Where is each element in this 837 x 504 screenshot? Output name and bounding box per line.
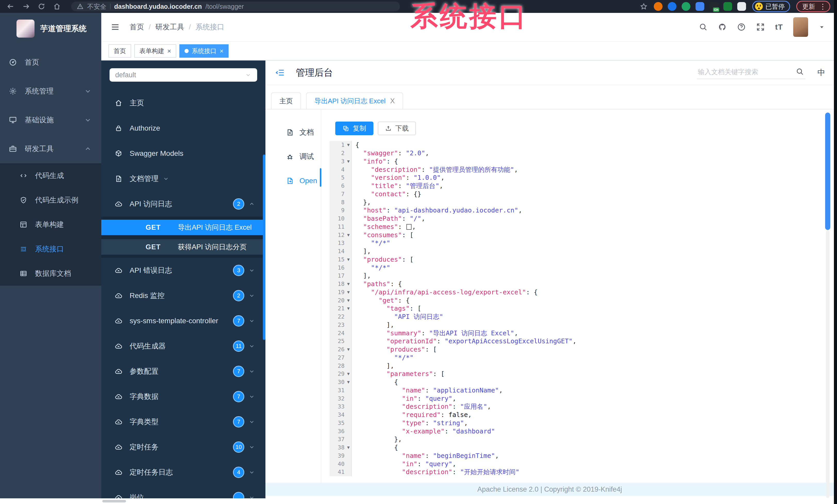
fold-toggle-icon[interactable]: ▼: [345, 380, 351, 384]
line-number: 39: [330, 452, 345, 459]
paused-extension-pill[interactable]: 已暂停: [752, 1, 790, 12]
view-tag[interactable]: 表单构建×: [134, 44, 176, 58]
chevron-down-icon: [248, 267, 255, 274]
sidebar-subitem[interactable]: 数据库文档: [0, 261, 101, 286]
help-icon[interactable]: [737, 23, 746, 32]
sidebar-subitem[interactable]: 系统接口: [0, 237, 101, 261]
search-icon[interactable]: [796, 68, 804, 76]
blue-drop-extension-icon[interactable]: [668, 2, 676, 11]
github-icon[interactable]: [718, 23, 727, 32]
sidebar-subitem[interactable]: 表单构建: [0, 212, 101, 237]
close-icon[interactable]: ×: [219, 48, 224, 54]
browser-home-icon[interactable]: [53, 3, 61, 10]
knife-menu-item[interactable]: 字典类型7: [101, 409, 265, 434]
api-operation-item[interactable]: GET导出API 访问日志 Excel: [101, 220, 265, 235]
back-icon[interactable]: [7, 3, 14, 10]
browser-update-button[interactable]: 更新 ⋮: [796, 1, 830, 12]
knife-menu-item[interactable]: sys-sms-template-controller7: [101, 308, 265, 334]
fold-toggle-icon[interactable]: ▼: [345, 446, 351, 449]
caret-down-icon[interactable]: [818, 24, 825, 31]
fold-toggle-icon[interactable]: ▼: [345, 372, 351, 376]
doc-rail: 文档调试Open: [265, 109, 321, 483]
code-editor[interactable]: 1▼{2 "swagger": "2.0",3▼ "info": {4 "des…: [330, 141, 834, 476]
sidebar-scrollbar[interactable]: [263, 154, 265, 340]
sidebar-item[interactable]: 首页: [0, 48, 101, 77]
address-bar[interactable]: 不安全 dashboard.yudao.iocoder.cn /tool/swa…: [71, 2, 400, 11]
page-scrollbar-thumb[interactable]: [825, 113, 830, 230]
group-select[interactable]: default: [109, 68, 257, 82]
breadcrumb-item[interactable]: 首页: [130, 22, 144, 32]
fold-toggle-icon[interactable]: ▼: [345, 290, 351, 294]
view-tag[interactable]: 首页: [108, 44, 131, 58]
copy-button[interactable]: 复制: [335, 122, 373, 135]
rail-item[interactable]: 调试: [265, 145, 321, 169]
shield-check-icon: [20, 196, 27, 204]
sidebar-item[interactable]: 研发工具: [0, 134, 101, 163]
doc-tab[interactable]: 主页: [271, 92, 301, 109]
knife-menu-item[interactable]: Authorize: [101, 116, 265, 141]
doc-search-input[interactable]: [697, 67, 805, 79]
fold-toggle-icon[interactable]: ▼: [345, 258, 351, 261]
close-icon[interactable]: X: [390, 98, 395, 105]
knife-menu-item[interactable]: 字典数据7: [101, 384, 265, 409]
fold-toggle-icon[interactable]: ▼: [345, 143, 351, 147]
doc-tab[interactable]: 导出API 访问日志 ExcelX: [306, 92, 403, 109]
download-button[interactable]: 下载: [378, 122, 416, 135]
fullscreen-icon[interactable]: [756, 23, 765, 32]
sidebar-subitem[interactable]: 代码生成示例: [0, 188, 101, 212]
url-path: /tool/swagger: [206, 3, 244, 10]
fold-toggle-icon[interactable]: ▼: [345, 233, 351, 237]
download-icon: [385, 125, 392, 132]
puzzle-extension-icon[interactable]: [737, 2, 746, 11]
font-size-icon[interactable]: tT: [775, 23, 783, 32]
knife-menu-item[interactable]: 定时任务日志4: [101, 460, 265, 485]
knife-menu-item[interactable]: 文档管理: [101, 166, 265, 191]
forward-icon[interactable]: [22, 3, 30, 10]
fold-toggle-icon[interactable]: ▼: [345, 306, 351, 310]
bookmark-star-icon[interactable]: [640, 3, 647, 10]
green-circle-extension-icon[interactable]: [682, 2, 690, 11]
knife-menu-item[interactable]: API 访问日志2: [101, 191, 265, 217]
page-scrollbar-track[interactable]: [826, 230, 830, 498]
knife-menu-item[interactable]: API 错误日志3: [101, 258, 265, 283]
green-extension-icon[interactable]: [723, 2, 732, 11]
gutter: 6: [330, 182, 352, 190]
gutter: 16: [330, 263, 352, 272]
language-switch-icon[interactable]: 中: [817, 69, 825, 76]
gutter: 20▼: [330, 296, 352, 304]
blue-grid-extension-icon[interactable]: [696, 2, 704, 11]
knife-menu-label: Swagger Models: [130, 149, 183, 157]
knife-menu-item[interactable]: 定时任务10: [101, 434, 265, 460]
github-extension-icon[interactable]: Gh: [709, 2, 718, 11]
sidebar-item[interactable]: 基础设施: [0, 106, 101, 134]
horizontal-scrollbar-thumb[interactable]: [102, 500, 126, 502]
view-tag[interactable]: 系统接口×: [179, 44, 229, 58]
rail-item[interactable]: 文档: [265, 120, 321, 145]
sidebar-item-label: 研发工具: [25, 144, 54, 154]
app-logo[interactable]: 芋道管理系统: [0, 13, 101, 38]
knife-menu-item[interactable]: 主页: [101, 90, 265, 116]
close-icon[interactable]: ×: [167, 48, 171, 54]
rail-item[interactable]: Open: [265, 169, 321, 193]
knife-menu-item[interactable]: 代码生成器11: [101, 334, 265, 359]
orange-extension-icon[interactable]: [654, 2, 662, 11]
sidebar-item[interactable]: 系统管理: [0, 77, 101, 106]
fold-toggle-icon[interactable]: ▼: [345, 160, 351, 163]
user-avatar[interactable]: [793, 17, 808, 37]
menu-fold-icon[interactable]: [275, 68, 285, 77]
fold-toggle-icon[interactable]: ▼: [345, 298, 351, 302]
fold-toggle-icon[interactable]: ▼: [345, 282, 351, 286]
search-icon[interactable]: [699, 23, 708, 32]
sidebar-toggle-icon[interactable]: [110, 22, 120, 32]
knife-submenu: GET导出API 访问日志 ExcelGET获得API 访问日志分页: [101, 217, 265, 258]
fold-toggle-icon[interactable]: ▼: [345, 348, 351, 351]
reload-icon[interactable]: [38, 3, 46, 10]
api-operation-item[interactable]: GET获得API 访问日志分页: [101, 239, 265, 255]
kebab-menu-icon[interactable]: ⋮: [819, 2, 826, 11]
sidebar-subitem[interactable]: 代码生成: [0, 163, 101, 188]
api-operation-label: 获得API 访问日志分页: [178, 242, 247, 251]
knife-menu-item[interactable]: Swagger Models: [101, 141, 265, 166]
knife-menu-item[interactable]: 参数配置7: [101, 359, 265, 384]
breadcrumb-item[interactable]: 研发工具: [155, 22, 184, 32]
knife-menu-item[interactable]: Redis 监控2: [101, 283, 265, 308]
